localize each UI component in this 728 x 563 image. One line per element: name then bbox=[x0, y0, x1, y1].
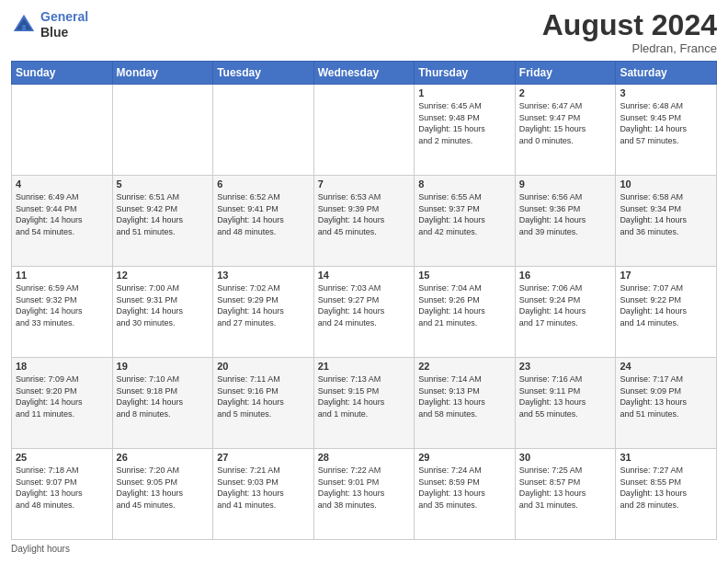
day-cell: 5Sunrise: 6:51 AM Sunset: 9:42 PM Daylig… bbox=[112, 176, 213, 267]
col-header-tuesday: Tuesday bbox=[213, 62, 314, 85]
header: General Blue August 2024 Pledran, France bbox=[11, 9, 717, 55]
day-cell: 27Sunrise: 7:21 AM Sunset: 9:03 PM Dayli… bbox=[213, 449, 314, 540]
day-cell: 4Sunrise: 6:49 AM Sunset: 9:44 PM Daylig… bbox=[12, 176, 113, 267]
day-info: Sunrise: 6:45 AM Sunset: 9:48 PM Dayligh… bbox=[418, 100, 511, 146]
day-info: Sunrise: 7:00 AM Sunset: 9:31 PM Dayligh… bbox=[117, 282, 210, 328]
day-cell: 15Sunrise: 7:04 AM Sunset: 9:26 PM Dayli… bbox=[415, 267, 516, 358]
day-cell: 13Sunrise: 7:02 AM Sunset: 9:29 PM Dayli… bbox=[213, 267, 314, 358]
day-number: 18 bbox=[16, 361, 108, 372]
col-header-sunday: Sunday bbox=[12, 62, 113, 85]
week-row-3: 11Sunrise: 6:59 AM Sunset: 9:32 PM Dayli… bbox=[12, 267, 717, 358]
footer: Daylight hours bbox=[11, 544, 717, 554]
day-cell: 11Sunrise: 6:59 AM Sunset: 9:32 PM Dayli… bbox=[12, 267, 113, 358]
day-cell: 14Sunrise: 7:03 AM Sunset: 9:27 PM Dayli… bbox=[313, 267, 415, 358]
day-number: 24 bbox=[620, 361, 712, 372]
day-info: Sunrise: 7:13 AM Sunset: 9:15 PM Dayligh… bbox=[318, 373, 411, 419]
day-number: 7 bbox=[318, 178, 411, 190]
day-info: Sunrise: 7:18 AM Sunset: 9:07 PM Dayligh… bbox=[16, 465, 108, 511]
day-cell: 19Sunrise: 7:10 AM Sunset: 9:18 PM Dayli… bbox=[112, 358, 213, 449]
location: Pledran, France bbox=[542, 41, 717, 55]
day-info: Sunrise: 7:22 AM Sunset: 9:01 PM Dayligh… bbox=[318, 465, 411, 511]
col-header-monday: Monday bbox=[112, 62, 213, 85]
col-header-friday: Friday bbox=[515, 62, 616, 85]
day-cell: 30Sunrise: 7:25 AM Sunset: 8:57 PM Dayli… bbox=[515, 449, 616, 540]
day-number: 10 bbox=[620, 178, 712, 190]
day-info: Sunrise: 7:27 AM Sunset: 8:55 PM Dayligh… bbox=[620, 465, 712, 511]
col-header-wednesday: Wednesday bbox=[313, 62, 415, 85]
day-number: 31 bbox=[620, 452, 712, 463]
day-info: Sunrise: 7:16 AM Sunset: 9:11 PM Dayligh… bbox=[519, 373, 612, 419]
day-cell: 26Sunrise: 7:20 AM Sunset: 9:05 PM Dayli… bbox=[112, 449, 213, 540]
svg-rect-2 bbox=[22, 25, 26, 31]
logo: General Blue bbox=[11, 9, 88, 40]
day-number: 2 bbox=[519, 87, 612, 98]
week-row-2: 4Sunrise: 6:49 AM Sunset: 9:44 PM Daylig… bbox=[12, 176, 717, 267]
day-info: Sunrise: 7:07 AM Sunset: 9:22 PM Dayligh… bbox=[620, 282, 712, 328]
title-block: August 2024 Pledran, France bbox=[542, 9, 717, 55]
day-cell: 31Sunrise: 7:27 AM Sunset: 8:55 PM Dayli… bbox=[616, 449, 717, 540]
logo-line1: General bbox=[40, 9, 88, 24]
day-cell: 25Sunrise: 7:18 AM Sunset: 9:07 PM Dayli… bbox=[12, 449, 113, 540]
day-cell: 18Sunrise: 7:09 AM Sunset: 9:20 PM Dayli… bbox=[12, 358, 113, 449]
day-cell: 10Sunrise: 6:58 AM Sunset: 9:34 PM Dayli… bbox=[616, 176, 717, 267]
logo-icon bbox=[11, 12, 37, 38]
day-info: Sunrise: 6:52 AM Sunset: 9:41 PM Dayligh… bbox=[217, 191, 310, 237]
day-number: 1 bbox=[418, 87, 511, 98]
day-info: Sunrise: 6:53 AM Sunset: 9:39 PM Dayligh… bbox=[318, 191, 411, 237]
day-number: 14 bbox=[318, 270, 411, 281]
day-info: Sunrise: 7:03 AM Sunset: 9:27 PM Dayligh… bbox=[318, 282, 411, 328]
week-row-5: 25Sunrise: 7:18 AM Sunset: 9:07 PM Dayli… bbox=[12, 449, 717, 540]
day-number: 30 bbox=[519, 452, 612, 463]
day-info: Sunrise: 7:21 AM Sunset: 9:03 PM Dayligh… bbox=[217, 465, 310, 511]
day-number: 11 bbox=[16, 270, 108, 281]
day-info: Sunrise: 6:56 AM Sunset: 9:36 PM Dayligh… bbox=[519, 191, 612, 237]
day-number: 16 bbox=[519, 270, 612, 281]
calendar: SundayMondayTuesdayWednesdayThursdayFrid… bbox=[11, 61, 717, 540]
day-info: Sunrise: 7:25 AM Sunset: 8:57 PM Dayligh… bbox=[519, 465, 612, 511]
day-number: 9 bbox=[519, 178, 612, 190]
day-cell: 12Sunrise: 7:00 AM Sunset: 9:31 PM Dayli… bbox=[112, 267, 213, 358]
day-number: 20 bbox=[217, 361, 310, 372]
day-number: 8 bbox=[418, 178, 511, 190]
day-info: Sunrise: 7:02 AM Sunset: 9:29 PM Dayligh… bbox=[217, 282, 310, 328]
day-info: Sunrise: 7:10 AM Sunset: 9:18 PM Dayligh… bbox=[117, 373, 210, 419]
day-cell bbox=[213, 85, 314, 176]
day-cell bbox=[313, 85, 415, 176]
page: General Blue August 2024 Pledran, France… bbox=[0, 0, 728, 563]
logo-text: General Blue bbox=[40, 9, 88, 40]
day-cell: 9Sunrise: 6:56 AM Sunset: 9:36 PM Daylig… bbox=[515, 176, 616, 267]
day-info: Sunrise: 7:04 AM Sunset: 9:26 PM Dayligh… bbox=[418, 282, 511, 328]
day-cell: 29Sunrise: 7:24 AM Sunset: 8:59 PM Dayli… bbox=[415, 449, 516, 540]
day-number: 19 bbox=[117, 361, 210, 372]
day-number: 29 bbox=[418, 452, 511, 463]
day-cell: 7Sunrise: 6:53 AM Sunset: 9:39 PM Daylig… bbox=[313, 176, 415, 267]
day-info: Sunrise: 6:58 AM Sunset: 9:34 PM Dayligh… bbox=[620, 191, 712, 237]
week-row-1: 1Sunrise: 6:45 AM Sunset: 9:48 PM Daylig… bbox=[12, 85, 717, 176]
day-info: Sunrise: 6:59 AM Sunset: 9:32 PM Dayligh… bbox=[16, 282, 108, 328]
day-info: Sunrise: 7:11 AM Sunset: 9:16 PM Dayligh… bbox=[217, 373, 310, 419]
logo-line2: Blue bbox=[40, 25, 88, 40]
day-cell: 16Sunrise: 7:06 AM Sunset: 9:24 PM Dayli… bbox=[515, 267, 616, 358]
week-row-4: 18Sunrise: 7:09 AM Sunset: 9:20 PM Dayli… bbox=[12, 358, 717, 449]
day-cell: 21Sunrise: 7:13 AM Sunset: 9:15 PM Dayli… bbox=[313, 358, 415, 449]
day-info: Sunrise: 7:06 AM Sunset: 9:24 PM Dayligh… bbox=[519, 282, 612, 328]
day-info: Sunrise: 7:20 AM Sunset: 9:05 PM Dayligh… bbox=[117, 465, 210, 511]
day-number: 6 bbox=[217, 178, 310, 190]
day-cell: 6Sunrise: 6:52 AM Sunset: 9:41 PM Daylig… bbox=[213, 176, 314, 267]
day-number: 27 bbox=[217, 452, 310, 463]
day-number: 12 bbox=[117, 270, 210, 281]
day-info: Sunrise: 6:55 AM Sunset: 9:37 PM Dayligh… bbox=[418, 191, 511, 237]
day-info: Sunrise: 6:51 AM Sunset: 9:42 PM Dayligh… bbox=[117, 191, 210, 237]
day-cell: 2Sunrise: 6:47 AM Sunset: 9:47 PM Daylig… bbox=[515, 85, 616, 176]
day-cell: 28Sunrise: 7:22 AM Sunset: 9:01 PM Dayli… bbox=[313, 449, 415, 540]
day-info: Sunrise: 6:47 AM Sunset: 9:47 PM Dayligh… bbox=[519, 100, 612, 146]
day-cell: 23Sunrise: 7:16 AM Sunset: 9:11 PM Dayli… bbox=[515, 358, 616, 449]
day-number: 28 bbox=[318, 452, 411, 463]
day-number: 5 bbox=[117, 178, 210, 190]
day-info: Sunrise: 7:24 AM Sunset: 8:59 PM Dayligh… bbox=[418, 465, 511, 511]
day-cell: 24Sunrise: 7:17 AM Sunset: 9:09 PM Dayli… bbox=[616, 358, 717, 449]
day-info: Sunrise: 7:17 AM Sunset: 9:09 PM Dayligh… bbox=[620, 373, 712, 419]
day-number: 22 bbox=[418, 361, 511, 372]
day-cell: 3Sunrise: 6:48 AM Sunset: 9:45 PM Daylig… bbox=[616, 85, 717, 176]
day-number: 25 bbox=[16, 452, 108, 463]
